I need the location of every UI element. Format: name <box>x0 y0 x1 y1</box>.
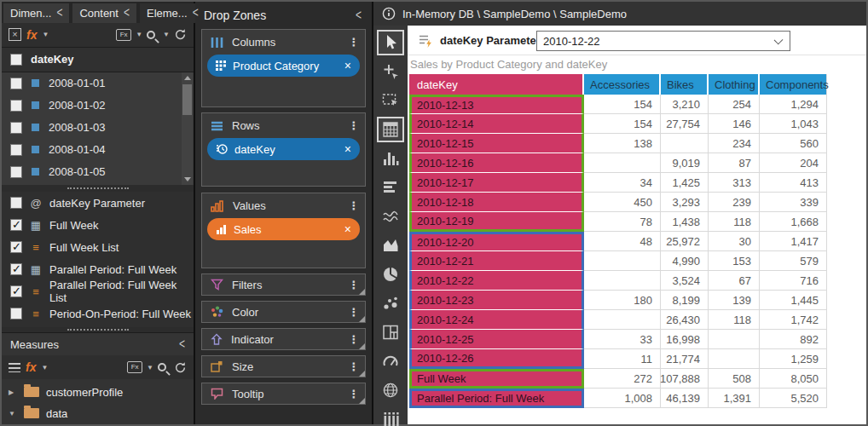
treemap-button[interactable] <box>377 320 404 345</box>
chevron-down-icon[interactable] <box>774 36 784 45</box>
dropdown-icon[interactable] <box>163 31 170 38</box>
cards-button[interactable] <box>377 406 404 426</box>
horizontal-bar-chart-button[interactable] <box>377 175 404 200</box>
checkbox[interactable] <box>10 166 22 178</box>
dropdown-icon[interactable] <box>147 364 153 371</box>
table-row[interactable]: 2010-12-15 138 234 560 <box>409 134 827 153</box>
dropzone-filters[interactable]: Filters <box>201 273 366 296</box>
list-item[interactable]: 2008-01-01 <box>2 72 194 95</box>
list-item[interactable]: Period-On-Period: Full Week <box>2 302 194 325</box>
chip-product-category[interactable]: Product Category <box>207 55 360 77</box>
dropzone-indicator[interactable]: Indicator <box>201 328 366 350</box>
collapse-left-icon[interactable]: < <box>193 5 199 20</box>
row-header-cell[interactable]: 2010-12-18 <box>409 193 584 212</box>
zone-menu-icon[interactable] <box>348 388 360 400</box>
list-item[interactable]: 2008-01-02 <box>2 95 194 117</box>
collapse-left-icon[interactable]: < <box>124 5 130 20</box>
list-item[interactable]: Parallel Period: Full Week List <box>2 280 194 302</box>
row-header-cell[interactable]: 2010-12-14 <box>409 114 584 134</box>
column-header-clothing[interactable]: Clothing <box>709 74 760 95</box>
measures-section-header[interactable]: Measures < <box>2 332 194 355</box>
search-icon[interactable] <box>158 363 166 371</box>
table-row[interactable]: 2010-12-23 180 8,199 139 1,445 <box>409 291 827 310</box>
row-header-cell[interactable]: 2010-12-22 <box>409 271 584 291</box>
dropdown-icon[interactable] <box>42 31 49 38</box>
map-button[interactable] <box>377 377 404 403</box>
tab-elements[interactable]: Eleme... < <box>140 3 205 23</box>
table-row[interactable]: 2010-12-25 33 16,998 892 <box>409 330 827 349</box>
table-row[interactable]: 2010-12-18 450 3,293 239 339 <box>409 193 827 212</box>
row-header-cell[interactable]: 2010-12-21 <box>409 251 584 271</box>
dropdown-icon[interactable] <box>41 364 48 371</box>
chip-close-icon[interactable] <box>344 59 351 72</box>
checkbox[interactable] <box>10 219 22 231</box>
checkbox[interactable] <box>10 54 22 66</box>
zone-menu-icon[interactable] <box>348 199 360 212</box>
column-header-accessories[interactable]: Accessories <box>584 74 661 95</box>
table-row[interactable]: 2010-12-13 154 3,210 254 1,294 <box>409 95 827 114</box>
pie-chart-button[interactable] <box>377 262 404 287</box>
table-row[interactable]: 2010-12-14 154 27,754 146 1,043 <box>409 114 827 134</box>
pointer-tool-button[interactable] <box>377 30 404 55</box>
checkbox[interactable] <box>10 241 22 253</box>
row-header-cell[interactable]: 2010-12-17 <box>409 173 584 193</box>
function-folder-icon[interactable] <box>127 361 142 373</box>
list-item[interactable]: dateKey Parameter <box>2 192 194 214</box>
chip-datekey[interactable]: dateKey <box>207 138 360 160</box>
table-row[interactable]: 2010-12-20 48 25,972 30 1,417 <box>409 232 827 251</box>
chip-close-icon[interactable] <box>344 222 351 236</box>
column-header-components[interactable]: Components <box>760 74 827 95</box>
expander-icon[interactable] <box>9 410 17 417</box>
list-item[interactable]: 2008-01-05 <box>2 161 194 183</box>
list-item[interactable]: Parallel Period: Full Week <box>2 258 194 280</box>
checkbox[interactable] <box>10 197 22 209</box>
dropzone-columns[interactable]: Columns Product Category <box>201 29 366 107</box>
gauge-button[interactable] <box>377 348 404 374</box>
zone-menu-icon[interactable] <box>348 279 360 291</box>
list-item[interactable]: 2008-01-06 <box>2 183 194 185</box>
table-row[interactable]: 2010-12-16 9,019 87 204 <box>409 153 827 173</box>
scroll-up-icon[interactable] <box>184 76 191 80</box>
table-row[interactable]: 2010-12-22 3,524 67 716 <box>409 271 827 291</box>
checkbox[interactable] <box>10 308 22 320</box>
dropzone-size[interactable]: Size <box>201 355 366 377</box>
row-header-cell[interactable]: 2010-12-20 <box>409 232 584 251</box>
clear-selection-icon[interactable] <box>9 28 21 41</box>
tree-folder[interactable]: customerProfile <box>2 382 194 403</box>
list-item[interactable]: Full Week <box>2 214 194 236</box>
line-chart-button[interactable] <box>377 204 404 229</box>
function-icon[interactable] <box>26 28 37 42</box>
scatter-chart-button[interactable] <box>377 291 404 316</box>
table-row[interactable]: Parallel Period: Full Week 1,008 46,139 … <box>409 389 827 408</box>
area-chart-button[interactable] <box>377 233 404 258</box>
checkbox[interactable] <box>10 263 22 275</box>
checkbox[interactable] <box>10 144 22 156</box>
dropzone-tooltip[interactable]: Tooltip <box>201 383 366 405</box>
column-header-datekey[interactable]: dateKey <box>409 74 584 95</box>
zone-menu-icon[interactable] <box>348 306 360 319</box>
column-header-bikes[interactable]: Bikes <box>661 74 709 95</box>
bar-chart-button[interactable] <box>377 146 404 171</box>
function-icon[interactable] <box>26 360 36 374</box>
list-view-icon[interactable] <box>9 363 20 372</box>
rectangle-select-button[interactable] <box>377 88 404 113</box>
row-header-cell[interactable]: 2010-12-26 <box>409 349 584 369</box>
dropdown-icon[interactable] <box>136 31 142 38</box>
table-row[interactable]: 2010-12-19 78 1,438 118 1,668 <box>409 212 827 232</box>
row-header-cell[interactable]: Parallel Period: Full Week <box>409 389 584 408</box>
list-item[interactable]: 2008-01-04 <box>2 139 194 161</box>
chip-sales[interactable]: Sales <box>207 218 360 240</box>
expander-icon[interactable] <box>9 389 17 396</box>
tab-content[interactable]: Content < <box>72 3 136 23</box>
function-folder-icon[interactable] <box>116 29 131 41</box>
collapse-left-icon[interactable]: < <box>179 337 185 352</box>
checkbox[interactable] <box>10 100 22 112</box>
add-item-button[interactable] <box>377 59 404 84</box>
dropzone-rows[interactable]: Rows dateKey <box>201 112 366 187</box>
row-header-cell[interactable]: 2010-12-15 <box>409 134 584 153</box>
list-item[interactable]: 2008-01-03 <box>2 117 194 139</box>
collapse-panel-icon[interactable]: < <box>356 8 362 23</box>
scrollbar[interactable] <box>182 72 193 185</box>
dropzone-color[interactable]: Color <box>201 301 366 323</box>
parameter-combobox[interactable]: 2010-12-22 <box>536 31 790 51</box>
